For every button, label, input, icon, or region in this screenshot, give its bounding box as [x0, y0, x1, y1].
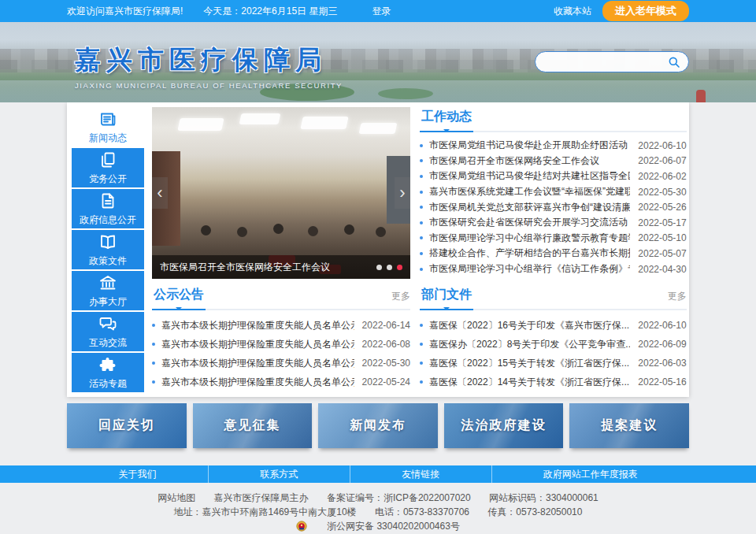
- sidebar-item-service-hall[interactable]: 办事大厅: [72, 271, 144, 310]
- organizer-text: 嘉兴市医疗保障局主办: [214, 492, 309, 503]
- news-item[interactable]: 市医保局召开全市医保网络安全工作会议 2022-06-07: [420, 154, 687, 169]
- news-item-date: 2022-05-30: [362, 358, 410, 369]
- banner-respond-concerns[interactable]: 回应关切: [67, 403, 187, 448]
- search-box[interactable]: [535, 51, 689, 72]
- footer-link-friendly-links[interactable]: 友情链接: [350, 465, 491, 483]
- carousel-dot[interactable]: [376, 265, 382, 270]
- news-item-date: 2022-06-09: [638, 339, 686, 350]
- fax-text: 传真：0573-82050010: [487, 506, 582, 517]
- section-work-news: 工作动态 市医保局党组书记马俊华赴企开展助企纾困活动 2022-06-10 市医…: [420, 107, 687, 279]
- section-title-announcements[interactable]: 公示公告: [152, 287, 206, 310]
- bullet-icon: [420, 206, 423, 209]
- icp-text: 备案证编号：浙ICP备2022007020: [327, 492, 471, 503]
- banner-opinion-collection[interactable]: 意见征集: [193, 403, 313, 448]
- carousel-prev-arrow[interactable]: ‹: [152, 177, 168, 209]
- bullet-icon: [152, 324, 155, 327]
- footer-link-annual-report[interactable]: 政府网站工作年度报表: [491, 465, 689, 483]
- sidebar-item-policy-docs[interactable]: 政策文件: [72, 230, 144, 269]
- sidebar-item-label: 互动交流: [89, 336, 127, 350]
- news-item[interactable]: 嘉医保〔2022〕15号关于转发《浙江省医疗保... 2022-06-03: [420, 354, 687, 373]
- news-item[interactable]: 市医保局理论学习中心组举行廉政警示教育专题学习... 2022-05-10: [420, 231, 687, 247]
- news-item-date: 2022-05-07: [638, 248, 686, 259]
- banner-news-release[interactable]: 新闻发布: [318, 403, 438, 448]
- ceiling-light: [359, 123, 398, 134]
- news-item[interactable]: 嘉兴市本级长期护理保险重度失能人员名单公示（2... 2022-06-14: [152, 316, 410, 335]
- news-item[interactable]: 嘉医保〔2022〕14号关于转发《浙江省医疗保... 2022-05-16: [420, 373, 687, 391]
- banner-proposals[interactable]: 提案建议: [569, 403, 689, 448]
- date-text: 今天是：2022年6月15日 星期三: [203, 5, 337, 18]
- login-link[interactable]: 登录: [372, 5, 391, 18]
- bullet-icon: [420, 144, 423, 147]
- bullet-icon: [420, 362, 423, 365]
- bullet-icon: [420, 252, 423, 255]
- bullet-icon: [420, 191, 423, 194]
- search-icon[interactable]: [668, 56, 680, 69]
- section-title-work-news[interactable]: 工作动态: [420, 109, 473, 132]
- news-item[interactable]: 市医保局理论学习中心组举行《信访工作条例》专题... 2022-04-30: [420, 261, 687, 277]
- news-item[interactable]: 嘉兴市本级长期护理保险重度失能人员名单公示（2... 2022-05-30: [152, 354, 410, 373]
- section-title-documents[interactable]: 部门文件: [420, 287, 473, 310]
- section-documents: 部门文件 更多 嘉医保〔2022〕16号关于印发《嘉兴市医疗保... 2022-…: [420, 285, 687, 392]
- news-item-title: 市医保局理论学习中心组举行《信访工作条例》专题...: [429, 262, 630, 276]
- news-item[interactable]: 嘉医保办〔2022〕8号关于印发《公平竞争审查... 2022-06-09: [420, 335, 687, 354]
- file-icon: [98, 191, 117, 210]
- banner-rule-of-law[interactable]: 法治政府建设: [444, 403, 564, 448]
- bullet-icon: [420, 343, 423, 346]
- bullet-icon: [420, 236, 423, 239]
- news-item[interactable]: 嘉兴市本级长期护理保险重度失能人员名单公示（2... 2022-05-24: [152, 373, 410, 391]
- news-item[interactable]: 搭建校企合作、产学研相结合的平台嘉兴市长期护理... 2022-05-07: [420, 246, 687, 261]
- news-item[interactable]: 市医保研究会赴省医保研究会开展学习交流活动 2022-05-17: [420, 215, 687, 231]
- footer-nav-bar: 关于我们 联系方式 友情链接 政府网站工作年度报表: [0, 465, 756, 483]
- news-item[interactable]: 市医保局党组书记马俊华赴结对共建社区指导全国文... 2022-06-02: [420, 169, 687, 184]
- carousel-caption-bar: 市医保局召开全市医保网络安全工作会议: [152, 255, 410, 279]
- elder-mode-button[interactable]: 进入老年模式: [602, 1, 689, 21]
- sitemap-link[interactable]: 网站地图: [158, 492, 195, 503]
- favorite-link[interactable]: 收藏本站: [554, 5, 591, 18]
- footer-link-about[interactable]: 关于我们: [67, 465, 208, 483]
- welcome-text: 欢迎访问嘉兴市医疗保障局!: [67, 5, 183, 18]
- site-title: 嘉兴市医疗保障局: [75, 43, 343, 78]
- sidebar-item-special-topics[interactable]: 活动专题: [72, 353, 144, 392]
- footer-link-contact[interactable]: 联系方式: [208, 465, 350, 483]
- sidebar-item-party-affairs[interactable]: 党务公开: [72, 148, 144, 187]
- news-item[interactable]: 嘉兴市医保系统党建工作会议暨“幸福医保”党建联... 2022-05-30: [420, 184, 687, 200]
- carousel-next-arrow[interactable]: ›: [395, 177, 410, 209]
- news-item-title: 市医保局党组书记马俊华赴企开展助企纾困活动: [429, 139, 630, 152]
- news-item-date: 2022-05-16: [638, 376, 686, 388]
- carousel-photo: [152, 107, 410, 279]
- meeting-attendees: [201, 225, 211, 235]
- announcements-more-link[interactable]: 更多: [391, 290, 410, 309]
- sidebar-item-gov-info[interactable]: 政府信息公开: [72, 189, 144, 228]
- bullet-icon: [152, 380, 155, 384]
- documents-more-link[interactable]: 更多: [668, 290, 687, 309]
- sidebar-item-label: 政策文件: [89, 254, 127, 268]
- bullet-icon: [152, 343, 155, 346]
- bullet-icon: [152, 362, 155, 365]
- news-item[interactable]: 嘉兴市本级长期护理保险重度失能人员名单公示（2... 2022-06-08: [152, 335, 410, 354]
- bank-icon: [98, 273, 117, 292]
- carousel-dot-active[interactable]: [397, 265, 402, 270]
- carousel-caption[interactable]: 市医保局召开全市医保网络安全工作会议: [160, 261, 370, 274]
- news-item-title: 嘉兴市本级长期护理保险重度失能人员名单公示（2...: [161, 376, 354, 389]
- sidebar-item-interaction[interactable]: 互动交流: [72, 312, 144, 351]
- news-item-date: 2022-05-26: [638, 202, 686, 213]
- news-item-title: 市医保局理论学习中心组举行廉政警示教育专题学习...: [429, 232, 630, 245]
- search-input[interactable]: [543, 57, 668, 68]
- news-item-date: 2022-06-08: [362, 339, 410, 350]
- phone-text: 电话：0573-83370706: [375, 506, 469, 517]
- island-decoration: [378, 88, 433, 99]
- news-item[interactable]: 嘉医保〔2022〕16号关于印发《嘉兴市医疗保... 2022-06-10: [420, 316, 687, 335]
- news-item[interactable]: 市医保局党组书记马俊华赴企开展助企纾困活动 2022-06-10: [420, 138, 687, 154]
- chat-icon: [98, 314, 117, 333]
- section-announcements: 公示公告 更多 嘉兴市本级长期护理保险重度失能人员名单公示（2... 2022-…: [152, 285, 410, 392]
- news-item[interactable]: 市医保局机关党总支部获评嘉兴市争创“建设清廉机... 2022-05-26: [420, 199, 687, 215]
- announcements-list: 嘉兴市本级长期护理保险重度失能人员名单公示（2... 2022-06-14 嘉兴…: [152, 316, 410, 391]
- news-carousel: ‹ › 市医保局召开全市医保网络安全工作会议: [152, 107, 410, 279]
- site-code-text: 网站标识码：3304000061: [489, 492, 598, 503]
- news-item-date: 2022-05-17: [638, 217, 686, 228]
- sidebar-item-news[interactable]: 新闻动态: [72, 107, 144, 146]
- ceiling-light: [239, 113, 281, 124]
- carousel-dots: [376, 265, 402, 270]
- police-record-text: 浙公网安备 33040202000463号: [327, 519, 460, 533]
- carousel-dot[interactable]: [387, 265, 392, 270]
